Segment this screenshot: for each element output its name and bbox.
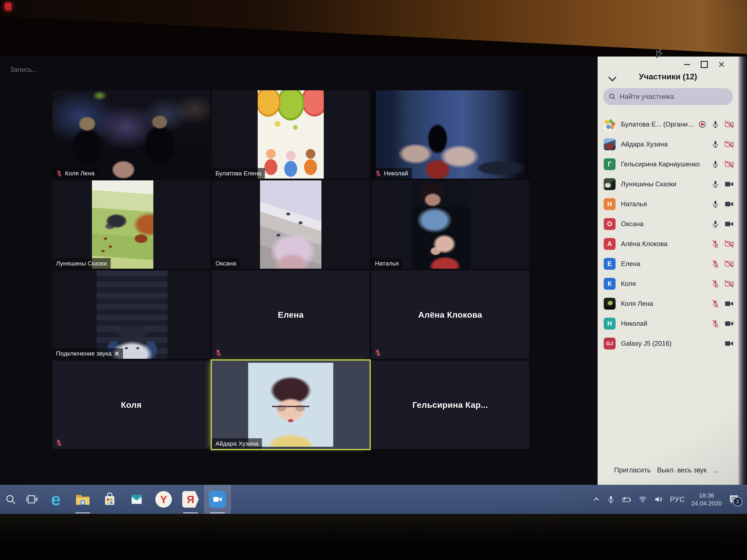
participant-row[interactable]: Коля Лена bbox=[598, 294, 738, 314]
taskbar-button-zoom[interactable] bbox=[204, 485, 231, 514]
tile-name-label: Айдара Хузина bbox=[212, 438, 262, 449]
taskbar-button-mail[interactable] bbox=[123, 485, 150, 514]
screen: Запись... Коля Лена Булатова Елена Никол… bbox=[0, 56, 747, 514]
video-tile[interactable]: Луняшины Сказки bbox=[52, 180, 210, 269]
tile-participant-name: Алёна Клокова bbox=[371, 270, 529, 359]
video-tile[interactable]: Николай bbox=[371, 90, 529, 179]
mic-muted-icon bbox=[711, 319, 720, 328]
mic-muted-icon bbox=[215, 349, 222, 356]
taskbar-button-yandex[interactable]: Я bbox=[177, 485, 204, 514]
participant-status-icons bbox=[711, 160, 734, 168]
participant-row[interactable]: GJ Galaxy J5 (2016) bbox=[598, 334, 738, 353]
taskbar-button-search[interactable] bbox=[0, 485, 21, 514]
invite-button[interactable]: Пригласить bbox=[614, 466, 650, 474]
participant-row[interactable]: Г Гельсирина Карнаушенко bbox=[598, 154, 738, 174]
notification-center-button[interactable]: 2 bbox=[728, 494, 740, 505]
tile-name-label: Подключение звука bbox=[52, 348, 123, 359]
maximize-icon bbox=[701, 61, 708, 68]
participant-name: Коля Лена bbox=[621, 300, 710, 308]
mic-muted-icon bbox=[374, 349, 381, 356]
mute-all-button[interactable]: Выкл. весь звук bbox=[657, 466, 706, 474]
participant-name: Гельсирина Карнаушенко bbox=[621, 160, 710, 168]
tray-chevron-up-icon[interactable] bbox=[592, 496, 600, 503]
tile-name-text: Луняшины Сказки bbox=[56, 260, 107, 267]
participant-row[interactable]: Е Елена bbox=[598, 254, 738, 274]
mic-icon bbox=[711, 220, 720, 228]
minimize-button[interactable] bbox=[682, 60, 692, 69]
participant-avatar: Н bbox=[604, 318, 616, 329]
maximize-button[interactable] bbox=[700, 60, 709, 69]
tile-name-text: Айдара Хузина bbox=[215, 440, 258, 447]
file-explorer-icon bbox=[75, 493, 91, 506]
video-tile[interactable]: Булатова Елена bbox=[212, 90, 369, 179]
participant-row[interactable]: О Оксана bbox=[598, 214, 738, 234]
tray-wifi-icon[interactable] bbox=[638, 495, 647, 504]
video-tile[interactable]: Алёна Клокова bbox=[371, 270, 529, 359]
participant-row[interactable]: А Алёна Клокова bbox=[598, 234, 738, 254]
taskbar-button-taskview[interactable] bbox=[21, 485, 42, 514]
camera-icon bbox=[725, 200, 734, 208]
mic-icon bbox=[711, 180, 720, 188]
participant-status-icons bbox=[711, 279, 734, 288]
tile-name-text: Наталья bbox=[375, 260, 399, 267]
participant-row[interactable]: Луняшины Сказки bbox=[598, 174, 738, 194]
video-tile[interactable]: Елена bbox=[212, 270, 369, 359]
participant-row[interactable]: Айдара Хузина bbox=[598, 134, 738, 154]
participants-panel-title: Участники (12) bbox=[598, 72, 738, 81]
search-icon bbox=[609, 93, 616, 100]
participants-panel: Участники (12) Найти участника Булатова … bbox=[598, 56, 738, 485]
tile-name-label bbox=[52, 437, 66, 449]
participant-row[interactable]: Н Наталья bbox=[598, 194, 738, 214]
task-view-icon bbox=[26, 494, 38, 505]
tile-name-label bbox=[212, 347, 225, 359]
participant-status-icons bbox=[711, 240, 734, 248]
more-options-button[interactable]: ... bbox=[713, 466, 719, 474]
tile-name-text: Оксана bbox=[215, 260, 236, 267]
language-indicator[interactable]: РУС bbox=[670, 496, 685, 504]
participant-avatar bbox=[604, 138, 616, 150]
mic-icon bbox=[711, 200, 720, 208]
video-tile[interactable]: Коля Лена bbox=[52, 90, 210, 179]
zoom-app-icon bbox=[209, 491, 226, 508]
tray-speaker-icon[interactable] bbox=[654, 495, 664, 504]
taskbar-button-store[interactable] bbox=[96, 485, 123, 514]
tray-time: 18:36 bbox=[691, 491, 722, 499]
zoom-meeting-window: Запись... Коля Лена Булатова Елена Никол… bbox=[0, 56, 598, 485]
participant-row[interactable]: Булатова Е... (Организатор, я) bbox=[598, 114, 738, 134]
camera-icon bbox=[725, 340, 734, 347]
close-button[interactable] bbox=[717, 60, 726, 69]
camera-off-icon bbox=[725, 280, 734, 288]
tile-name-label: Наталья bbox=[371, 258, 403, 269]
taskbar-button-edge[interactable]: e bbox=[42, 485, 69, 514]
participant-avatar bbox=[604, 178, 616, 190]
taskbar-button-yandex-browser[interactable]: Y bbox=[150, 485, 177, 514]
video-tile[interactable]: Коля bbox=[52, 361, 210, 449]
taskbar-button-explorer[interactable] bbox=[69, 485, 96, 514]
clock[interactable]: 18:36 24.04.2020 bbox=[691, 491, 722, 507]
participant-avatar: Г bbox=[604, 158, 616, 170]
video-tile[interactable]: Наталья bbox=[371, 180, 529, 269]
power-led bbox=[5, 2, 11, 10]
tile-name-text: Булатова Елена bbox=[215, 170, 261, 177]
participant-avatar: Е bbox=[604, 258, 616, 270]
video-tile[interactable]: Гельсирина Кар... bbox=[371, 361, 529, 449]
participant-row[interactable]: Н Николай bbox=[598, 314, 738, 334]
participant-avatar: GJ bbox=[604, 338, 616, 349]
close-audio-prompt-icon[interactable] bbox=[114, 351, 120, 356]
participant-row[interactable]: К Коля bbox=[598, 274, 738, 294]
tray-microphone-icon[interactable] bbox=[607, 495, 615, 504]
tile-name-label: Коля Лена bbox=[52, 168, 98, 179]
mic-muted-icon bbox=[711, 260, 720, 268]
tile-name-label: Оксана bbox=[212, 258, 240, 269]
running-app-indicator bbox=[75, 512, 90, 513]
video-tile[interactable]: Айдара Хузина bbox=[212, 361, 369, 449]
search-participant-input[interactable]: Найти участника bbox=[603, 88, 733, 105]
video-tile[interactable]: Подключение звука bbox=[52, 270, 210, 359]
notification-badge: 2 bbox=[733, 497, 742, 506]
tile-name-label: Николай bbox=[371, 168, 412, 179]
participant-name: Алёна Клокова bbox=[621, 240, 710, 248]
tray-battery-icon[interactable] bbox=[621, 495, 632, 504]
tile-name-label: Луняшины Сказки bbox=[52, 258, 111, 269]
video-tile[interactable]: Оксана bbox=[212, 180, 369, 269]
close-x-icon bbox=[114, 351, 120, 356]
